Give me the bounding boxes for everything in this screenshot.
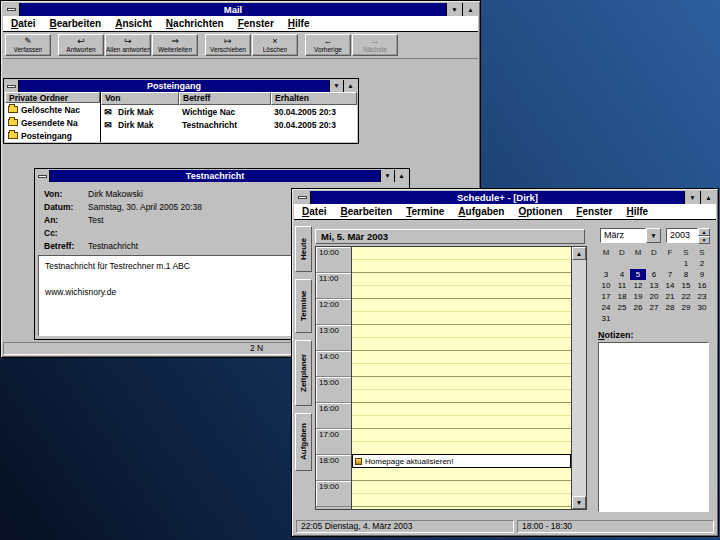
time-slot[interactable] [352, 273, 571, 286]
message-maximize-button[interactable]: ▲ [394, 170, 408, 182]
mail-titlebar[interactable]: Mail ▼ ▲ [3, 3, 478, 16]
time-slot[interactable] [352, 416, 571, 429]
appointment[interactable]: Homepage aktualisieren! [352, 454, 571, 468]
calendar-day[interactable]: 8 [678, 269, 694, 280]
schedule-system-menu-button[interactable] [294, 191, 311, 204]
calendar-day[interactable]: 18 [614, 291, 630, 302]
calendar-day[interactable]: 16 [694, 280, 710, 291]
message-minimize-button[interactable]: ▼ [380, 170, 394, 182]
inbox-minimize-button[interactable]: ▼ [329, 80, 343, 92]
calendar-day[interactable]: 12 [630, 280, 646, 291]
inbox-maximize-button[interactable]: ▲ [343, 80, 357, 92]
mail-menu-nachrichten[interactable]: Nachrichten [159, 16, 231, 32]
folder-item[interactable]: Gelöschte Nac [5, 103, 100, 116]
mail-menu-datei[interactable]: Datei [4, 16, 42, 32]
tab-termine[interactable]: Termine [295, 279, 312, 333]
column-header-erhalten[interactable]: Erhalten [271, 92, 357, 105]
folder-item[interactable]: Posteingang [5, 129, 100, 142]
time-slot[interactable] [352, 494, 571, 507]
time-slot[interactable] [352, 351, 571, 364]
calendar-day[interactable]: 3 [598, 269, 614, 280]
inbox-system-menu-button[interactable] [5, 80, 19, 92]
calendar-day[interactable]: 21 [662, 291, 678, 302]
time-slots[interactable]: Homepage aktualisieren! [352, 247, 571, 509]
time-slot[interactable] [352, 364, 571, 377]
time-slot[interactable] [352, 312, 571, 325]
reply-all-button[interactable]: ↪Allen antworten [105, 34, 151, 56]
calendar-day[interactable]: 2 [694, 258, 710, 269]
schedule-menu-hilfe[interactable]: Hilfe [619, 204, 655, 220]
calendar-day[interactable]: 31 [598, 313, 614, 324]
calendar-day[interactable]: 1 [678, 258, 694, 269]
column-header-betreff[interactable]: Betreff [179, 92, 271, 105]
time-slot[interactable] [352, 325, 571, 338]
time-slot[interactable] [352, 247, 571, 260]
tab-heute[interactable]: Heute [295, 226, 312, 272]
grid-scrollbar[interactable]: ▲ ▼ [571, 247, 586, 509]
maximize-button[interactable]: ▲ [462, 3, 478, 16]
year-down-icon[interactable]: ▼ [698, 236, 710, 244]
message-system-menu-button[interactable] [36, 170, 50, 182]
schedule-menu-aufgaben[interactable]: Aufgaben [451, 204, 511, 220]
time-slot[interactable] [352, 338, 571, 351]
calendar-day[interactable]: 9 [694, 269, 710, 280]
schedule-menu-datei[interactable]: Datei [295, 204, 333, 220]
scroll-down-icon[interactable]: ▼ [572, 496, 586, 509]
calendar-day[interactable]: 10 [598, 280, 614, 291]
calendar-day[interactable]: 29 [678, 302, 694, 313]
delete-button[interactable]: ×Löschen [252, 34, 298, 56]
forward-button[interactable]: ⇒Weiterleiten [152, 34, 198, 56]
message-titlebar[interactable]: Testnachricht ▼ ▲ [36, 170, 408, 182]
system-menu-button[interactable] [3, 3, 20, 16]
calendar-day[interactable]: 23 [694, 291, 710, 302]
schedule-menu-bearbeiten[interactable]: Bearbeiten [333, 204, 399, 220]
calendar-day[interactable]: 6 [646, 269, 662, 280]
notes-area[interactable] [598, 342, 709, 512]
time-slot[interactable] [352, 481, 571, 494]
mail-menu-hilfe[interactable]: Hilfe [281, 16, 317, 32]
previous-button[interactable]: ←Vorherige [305, 34, 351, 56]
schedule-menu-optionen[interactable]: Optionen [511, 204, 569, 220]
next-button[interactable]: →Nächste [352, 34, 398, 56]
scroll-up-icon[interactable]: ▲ [572, 247, 586, 260]
folders-header[interactable]: Private Ordner [5, 92, 100, 103]
calendar-day-selected[interactable]: 5 [630, 269, 646, 280]
calendar-day[interactable]: 7 [662, 269, 678, 280]
calendar-day[interactable]: 11 [614, 280, 630, 291]
calendar-day[interactable]: 26 [630, 302, 646, 313]
tab-aufgaben[interactable]: Aufgaben [295, 413, 312, 471]
reply-button[interactable]: ↩Antworten [58, 34, 104, 56]
calendar-day[interactable]: 22 [678, 291, 694, 302]
schedule-menu-termine[interactable]: Termine [399, 204, 451, 220]
mail-menu-ansicht[interactable]: Ansicht [108, 16, 159, 32]
calendar-day[interactable]: 4 [614, 269, 630, 280]
message-row[interactable]: ✉Dirk MakTestnachricht30.04.2005 20:3 [101, 118, 357, 131]
schedule-titlebar[interactable]: Schedule+ - [Dirk] ▼ ▲ [294, 191, 716, 204]
schedule-minimize-button[interactable]: ▼ [684, 191, 700, 204]
calendar-day[interactable]: 27 [646, 302, 662, 313]
time-slot[interactable] [352, 260, 571, 273]
time-slot[interactable] [352, 429, 571, 442]
calendar-day[interactable]: 14 [662, 280, 678, 291]
month-dropdown-icon[interactable]: ▼ [646, 228, 661, 243]
time-slot[interactable] [352, 299, 571, 312]
schedule-menu-fenster[interactable]: Fenster [569, 204, 619, 220]
time-slot[interactable] [352, 377, 571, 390]
calendar-day[interactable]: 30 [694, 302, 710, 313]
calendar-day[interactable]: 28 [662, 302, 678, 313]
calendar-day[interactable]: 19 [630, 291, 646, 302]
calendar-day[interactable]: 15 [678, 280, 694, 291]
year-up-icon[interactable]: ▲ [698, 228, 710, 236]
minimize-button[interactable]: ▼ [446, 3, 462, 16]
move-button[interactable]: ↦Verschieben [205, 34, 251, 56]
year-field[interactable]: 2003 [666, 228, 698, 243]
mail-menu-bearbeiten[interactable]: Bearbeiten [42, 16, 108, 32]
time-slot[interactable] [352, 390, 571, 403]
inbox-titlebar[interactable]: Posteingang ▼ ▲ [5, 80, 357, 92]
time-slot[interactable] [352, 468, 571, 481]
time-slot[interactable] [352, 403, 571, 416]
message-row[interactable]: ✉Dirk MakWichtige Nac30.04.2005 20:3 [101, 105, 357, 118]
compose-button[interactable]: ✎Verfassen [5, 34, 51, 56]
time-slot[interactable] [352, 286, 571, 299]
schedule-maximize-button[interactable]: ▲ [700, 191, 716, 204]
